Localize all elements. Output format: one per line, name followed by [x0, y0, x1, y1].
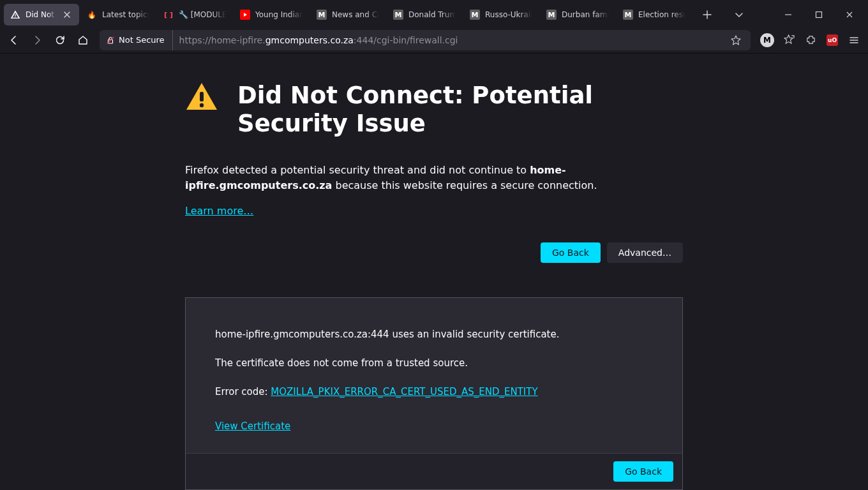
- tab[interactable]: M Election results: [617, 4, 692, 26]
- warning-triangle-icon: [185, 82, 218, 112]
- reload-button[interactable]: [50, 30, 70, 50]
- go-back-button[interactable]: Go Back: [541, 242, 601, 263]
- tab-title: Russo-Ukraini: [485, 10, 532, 19]
- new-tab-button[interactable]: [697, 4, 717, 25]
- extensions-button[interactable]: [800, 30, 821, 50]
- tab-title: News and Curr: [332, 10, 379, 19]
- m-favicon-icon: M: [470, 10, 480, 20]
- save-pocket-button[interactable]: [779, 30, 799, 50]
- tab-title: Young Indiana: [255, 10, 303, 19]
- tab[interactable]: M Durban family: [540, 4, 615, 26]
- tab-bar: Did Not Connect: Potential Security Issu…: [0, 0, 868, 27]
- all-tabs-button[interactable]: [729, 4, 749, 25]
- not-secure-label: Not Secure: [119, 35, 165, 45]
- url-text: https://home-ipfire.gmcomputers.co.za:44…: [179, 35, 721, 45]
- error-page-content[interactable]: Did Not Connect: Potential Security Issu…: [0, 54, 868, 490]
- back-button[interactable]: [4, 30, 24, 50]
- address-bar[interactable]: Not Secure https://home-ipfire.gmcompute…: [100, 30, 751, 50]
- bookmark-button[interactable]: [728, 30, 744, 50]
- m-favicon-icon: M: [393, 10, 403, 20]
- tab[interactable]: Young Indiana: [234, 4, 309, 26]
- toolbar: Not Secure https://home-ipfire.gmcompute…: [0, 27, 868, 54]
- module-icon: [ ]: [163, 10, 174, 20]
- error-description: Firefox detected a potential security th…: [185, 163, 683, 193]
- m-favicon-icon: M: [623, 10, 633, 20]
- svg-rect-2: [200, 92, 204, 101]
- lock-strikethrough-icon: [106, 36, 115, 45]
- error-code-link[interactable]: MOZILLA_PKIX_ERROR_CA_CERT_USED_AS_END_E…: [271, 386, 537, 397]
- ublock-icon: uO: [827, 34, 838, 46]
- learn-more-link[interactable]: Learn more…: [185, 205, 253, 217]
- view-certificate-link[interactable]: View Certificate: [215, 420, 290, 432]
- detail-error: Error code: MOZILLA_PKIX_ERROR_CA_CERT_U…: [215, 385, 653, 399]
- app-menu-button[interactable]: [844, 30, 864, 50]
- tab-active[interactable]: Did Not Connect: Potential Security Issu…: [4, 4, 79, 26]
- tab-title: Did Not Connect: Potential Security Issu…: [26, 10, 56, 19]
- svg-rect-0: [816, 12, 822, 18]
- page-title: Did Not Connect: Potential Security Issu…: [237, 82, 683, 138]
- m-favicon-icon: M: [546, 10, 557, 20]
- tab-title: Durban family: [562, 10, 609, 19]
- window-close-button[interactable]: [835, 4, 864, 25]
- detail-line: The certificate does not come from a tru…: [215, 356, 653, 371]
- tab[interactable]: M News and Curr: [310, 4, 385, 26]
- youtube-icon: [240, 10, 250, 20]
- ipfire-icon: 🔥: [87, 10, 97, 20]
- forward-button[interactable]: [27, 30, 47, 50]
- advanced-button[interactable]: Advanced…: [607, 242, 683, 263]
- window-minimize-button[interactable]: [774, 4, 803, 25]
- detail-line: home-ipfire.gmcomputers.co.za:444 uses a…: [215, 327, 653, 342]
- security-indicator[interactable]: Not Secure: [100, 30, 173, 50]
- close-icon[interactable]: [61, 9, 73, 20]
- warning-icon: [10, 10, 20, 20]
- window-maximize-button[interactable]: [804, 4, 834, 25]
- go-back-button-footer[interactable]: Go Back: [613, 461, 673, 482]
- tab[interactable]: M Russo-Ukraini: [463, 4, 539, 26]
- tab[interactable]: 🔥 Latest topics -: [80, 4, 156, 26]
- m-favicon-icon: M: [317, 10, 327, 20]
- tab-title: Latest topics -: [102, 10, 149, 19]
- account-button[interactable]: M: [757, 30, 777, 50]
- home-button[interactable]: [73, 30, 93, 50]
- avatar-icon: M: [760, 33, 774, 47]
- tab[interactable]: [ ] 🔧 [MODULE]: [157, 4, 232, 26]
- tab-title: Donald Trump: [408, 10, 456, 19]
- svg-point-3: [200, 103, 204, 107]
- tab-title: 🔧 [MODULE]: [179, 10, 226, 19]
- ublock-button[interactable]: uO: [822, 30, 842, 50]
- tab[interactable]: M Donald Trump: [387, 4, 462, 26]
- tab-title: Election results: [638, 10, 685, 19]
- error-detail-box: home-ipfire.gmcomputers.co.za:444 uses a…: [185, 297, 683, 490]
